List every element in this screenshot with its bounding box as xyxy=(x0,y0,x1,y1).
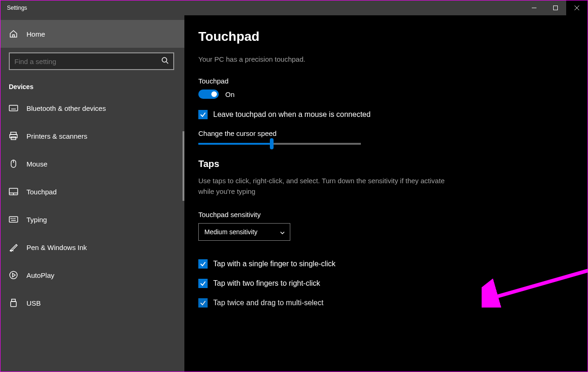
touchpad-icon xyxy=(9,187,18,196)
titlebar: Settings xyxy=(0,0,588,15)
tap-check-label: Tap with two fingers to right-click xyxy=(213,279,320,288)
svg-point-24 xyxy=(10,271,17,279)
typing-icon xyxy=(9,215,18,224)
touchpad-toggle[interactable] xyxy=(198,90,219,99)
sidebar-item-pen[interactable]: Pen & Windows Ink xyxy=(0,233,184,261)
taps-heading: Taps xyxy=(198,159,574,169)
tap-right-click-row[interactable]: Tap with two fingers to right-click xyxy=(198,279,574,288)
tap-check-label: Tap with a single finger to single-click xyxy=(213,260,335,268)
content-pane: Touchpad Your PC has a precision touchpa… xyxy=(184,15,588,372)
sensitivity-value: Medium sensitivity xyxy=(204,228,257,236)
sidebar-item-label: Pen & Windows Ink xyxy=(26,244,87,251)
svg-point-21 xyxy=(13,218,13,219)
search-icon xyxy=(161,57,169,66)
svg-rect-19 xyxy=(9,217,18,222)
touchpad-toggle-label: Touchpad xyxy=(198,77,574,85)
home-label: Home xyxy=(26,30,45,38)
svg-point-22 xyxy=(15,218,15,219)
home-icon xyxy=(9,29,18,38)
sidebar-item-bluetooth[interactable]: Bluetooth & other devices xyxy=(0,94,184,122)
search-input[interactable] xyxy=(14,58,161,65)
window-title: Settings xyxy=(0,5,523,11)
sidebar-item-touchpad[interactable]: Touchpad xyxy=(0,178,184,205)
maximize-button[interactable] xyxy=(545,0,566,15)
taps-desc: Use taps to click, right-click, and sele… xyxy=(198,176,458,197)
home-nav[interactable]: Home xyxy=(0,20,184,48)
toggle-state-label: On xyxy=(225,90,235,98)
usb-icon xyxy=(9,298,18,308)
tap-drag-multi-row[interactable]: Tap twice and drag to multi-select xyxy=(198,298,574,308)
pen-icon xyxy=(9,243,18,252)
sidebar-item-label: AutoPlay xyxy=(26,271,54,279)
svg-rect-6 xyxy=(9,105,18,111)
sensitivity-label: Touchpad sensitivity xyxy=(198,211,574,218)
leave-on-label: Leave touchpad on when a mouse is connec… xyxy=(213,110,371,119)
chevron-down-icon xyxy=(280,229,285,235)
tap-check-label: Tap twice and drag to multi-select xyxy=(213,299,323,307)
close-button[interactable] xyxy=(566,0,588,15)
svg-rect-1 xyxy=(554,6,558,10)
svg-point-20 xyxy=(11,218,12,219)
sidebar-item-label: Touchpad xyxy=(26,188,57,196)
svg-rect-26 xyxy=(11,301,16,307)
sidebar-item-typing[interactable]: Typing xyxy=(0,205,184,233)
keyboard-icon xyxy=(9,103,18,113)
sidebar-item-label: Typing xyxy=(26,216,47,224)
sidebar-item-autoplay[interactable]: AutoPlay xyxy=(0,261,184,289)
checkbox-checked-icon xyxy=(198,259,208,269)
sidebar: Home Devices Bluetooth & other devices P… xyxy=(0,15,184,372)
svg-point-4 xyxy=(162,58,167,62)
checkbox-checked-icon xyxy=(198,110,208,119)
svg-line-5 xyxy=(166,62,168,64)
sidebar-item-label: USB xyxy=(26,299,41,307)
mouse-icon xyxy=(9,159,18,168)
sidebar-section-header: Devices xyxy=(0,77,184,94)
page-subtitle: Your PC has a precision touchpad. xyxy=(198,55,574,63)
tap-single-click-row[interactable]: Tap with a single finger to single-click xyxy=(198,259,574,269)
search-input-wrap[interactable] xyxy=(9,52,174,70)
sidebar-item-usb[interactable]: USB xyxy=(0,289,184,317)
cursor-speed-label: Change the cursor speed xyxy=(198,129,574,137)
sidebar-item-printers[interactable]: Printers & scanners xyxy=(0,122,184,150)
page-title: Touchpad xyxy=(198,29,574,44)
sidebar-item-label: Mouse xyxy=(26,160,47,168)
svg-rect-13 xyxy=(11,137,16,140)
sidebar-item-label: Printers & scanners xyxy=(26,132,87,140)
checkbox-checked-icon xyxy=(198,298,208,308)
checkbox-checked-icon xyxy=(198,279,208,288)
minimize-button[interactable] xyxy=(523,0,545,15)
autoplay-icon xyxy=(9,270,18,280)
cursor-speed-slider[interactable] xyxy=(198,143,361,145)
sidebar-item-label: Bluetooth & other devices xyxy=(26,104,106,112)
leave-on-checkbox-row[interactable]: Leave touchpad on when a mouse is connec… xyxy=(198,110,574,119)
sidebar-item-mouse[interactable]: Mouse xyxy=(0,150,184,178)
printer-icon xyxy=(9,131,18,141)
sensitivity-dropdown[interactable]: Medium sensitivity xyxy=(198,223,290,241)
